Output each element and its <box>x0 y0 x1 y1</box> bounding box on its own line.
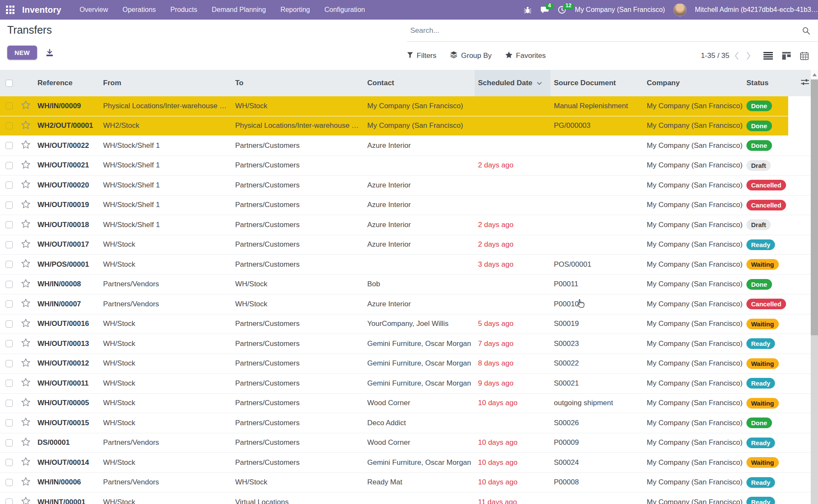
cell-scheduled-date[interactable]: 10 days ago <box>475 399 550 407</box>
table-row[interactable]: WH/IN/00007Partners/VendorsWH/StockAzure… <box>0 294 811 314</box>
cell-scheduled-date[interactable]: 2 days ago <box>475 221 550 229</box>
apps-menu-icon[interactable] <box>0 0 20 20</box>
cell-contact[interactable]: Bob <box>366 280 475 288</box>
cell-from[interactable]: WH/Stock <box>101 320 233 328</box>
cell-status[interactable]: Cancelled <box>744 200 788 210</box>
cell-from[interactable]: WH2/Stock <box>101 121 233 130</box>
cell-scheduled-date[interactable]: 2 days ago <box>475 161 550 170</box>
cell-from[interactable]: Partners/Vendors <box>101 280 233 288</box>
cell-favorite[interactable] <box>19 457 36 468</box>
favorite-star-icon[interactable] <box>21 358 30 369</box>
cell-to[interactable]: Partners/Customers <box>233 240 366 249</box>
cell-status[interactable]: Draft <box>744 219 788 230</box>
favorite-star-icon[interactable] <box>21 219 30 230</box>
cell-status[interactable]: Cancelled <box>744 299 788 309</box>
cell-reference[interactable]: WH/OUT/00020 <box>36 181 101 190</box>
cell-select[interactable] <box>0 181 19 189</box>
cell-status[interactable]: Done <box>744 418 788 428</box>
cell-favorite[interactable] <box>19 219 36 230</box>
table-row[interactable]: WH/OUT/00018WH/Stock/Shelf 1Partners/Cus… <box>0 215 811 235</box>
user-name[interactable]: Mitchell Admin (b4217dbb4-eccb-41b3… <box>695 6 818 14</box>
cell-to[interactable]: Partners/Customers <box>233 260 366 269</box>
cell-select[interactable] <box>0 221 19 228</box>
row-checkbox[interactable] <box>6 261 13 268</box>
cell-company[interactable]: My Company (San Francisco) <box>644 320 744 328</box>
cell-status[interactable]: Ready <box>744 338 788 349</box>
cell-status[interactable]: Waiting <box>744 319 788 329</box>
cell-company[interactable]: My Company (San Francisco) <box>644 102 744 110</box>
row-checkbox[interactable] <box>6 380 13 387</box>
row-checkbox[interactable] <box>6 102 13 109</box>
favorite-star-icon[interactable] <box>21 378 30 389</box>
cell-from[interactable]: WH/Stock/Shelf 1 <box>101 201 233 209</box>
cell-status[interactable]: Done <box>744 101 788 111</box>
cell-select[interactable] <box>0 142 19 149</box>
cell-from[interactable]: WH/Stock/Shelf 1 <box>101 161 233 170</box>
cell-to[interactable]: Partners/Customers <box>233 419 366 427</box>
vertical-scrollbar[interactable] <box>811 70 818 504</box>
cell-source-document[interactable]: P00010 <box>550 300 644 308</box>
row-checkbox[interactable] <box>6 221 13 228</box>
row-checkbox[interactable] <box>6 498 13 504</box>
cell-from[interactable]: WH/Stock <box>101 240 233 249</box>
cell-favorite[interactable] <box>19 121 36 131</box>
cell-favorite[interactable] <box>19 259 36 270</box>
cell-status[interactable]: Ready <box>744 438 788 448</box>
search-icon[interactable] <box>802 26 818 35</box>
cell-scheduled-date[interactable]: 9 days ago <box>475 379 550 388</box>
cell-contact[interactable]: Azure Interior <box>366 300 475 308</box>
cell-from[interactable]: WH/Stock <box>101 498 233 504</box>
cell-source-document[interactable]: S00021 <box>550 379 644 388</box>
cell-select[interactable] <box>0 261 19 268</box>
table-row[interactable]: WH/OUT/00005WH/StockPartners/CustomersWo… <box>0 394 811 414</box>
cell-source-document[interactable]: POS/00001 <box>550 260 644 269</box>
cell-status[interactable]: Ready <box>744 239 788 250</box>
cell-reference[interactable]: WH/OUT/00012 <box>36 359 101 368</box>
cell-from[interactable]: Partners/Vendors <box>101 438 233 447</box>
row-checkbox[interactable] <box>6 479 13 486</box>
cell-company[interactable]: My Company (San Francisco) <box>644 161 744 170</box>
table-row[interactable]: WH/OUT/00019WH/Stock/Shelf 1Partners/Cus… <box>0 196 811 216</box>
cell-status[interactable]: Draft <box>744 160 788 171</box>
cell-reference[interactable]: WH/OUT/00019 <box>36 201 101 209</box>
cell-contact[interactable]: Azure Interior <box>366 221 475 229</box>
filters-button[interactable]: Filters <box>407 52 436 60</box>
cell-scheduled-date[interactable]: 2 days ago <box>475 240 550 249</box>
pager-previous-icon[interactable] <box>731 52 742 60</box>
cell-reference[interactable]: WH/OUT/00017 <box>36 240 101 249</box>
cell-source-document[interactable]: Manual Replenishment <box>550 102 644 110</box>
optional-columns-icon[interactable] <box>801 79 809 87</box>
row-checkbox[interactable] <box>6 241 13 248</box>
cell-status[interactable]: Done <box>744 121 788 131</box>
favorite-star-icon[interactable] <box>21 200 30 210</box>
table-row[interactable]: WH/OUT/00012WH/StockPartners/CustomersGe… <box>0 354 811 374</box>
cell-reference[interactable]: WH2/OUT/00001 <box>36 121 101 130</box>
cell-select[interactable] <box>0 102 19 109</box>
cell-select[interactable] <box>0 439 19 446</box>
favorite-star-icon[interactable] <box>21 279 30 290</box>
search-input[interactable]: Search... <box>407 26 802 35</box>
cell-source-document[interactable]: PG/000003 <box>550 121 644 130</box>
cell-status[interactable]: Waiting <box>744 259 788 270</box>
group-by-button[interactable]: Group By <box>450 51 492 60</box>
cell-to[interactable]: WH/Stock <box>233 478 366 487</box>
cell-source-document[interactable]: S00019 <box>550 320 644 328</box>
cell-to[interactable]: Partners/Customers <box>233 161 366 170</box>
messages-icon[interactable]: 4 <box>540 6 549 14</box>
cell-reference[interactable]: WH/OUT/00013 <box>36 340 101 348</box>
new-button[interactable]: NEW <box>7 46 37 60</box>
row-checkbox[interactable] <box>6 360 13 367</box>
row-checkbox[interactable] <box>6 281 13 288</box>
row-checkbox[interactable] <box>6 320 13 328</box>
table-row[interactable]: WH/OUT/00014WH/StockPartners/CustomersGe… <box>0 453 811 473</box>
cell-company[interactable]: My Company (San Francisco) <box>644 419 744 427</box>
cell-favorite[interactable] <box>19 101 36 111</box>
cell-select[interactable] <box>0 340 19 347</box>
cell-to[interactable]: Partners/Customers <box>233 359 366 368</box>
cell-source-document[interactable]: P00009 <box>550 438 644 447</box>
cell-reference[interactable]: WH/INT/00001 <box>36 498 101 504</box>
cell-select[interactable] <box>0 479 19 486</box>
row-checkbox[interactable] <box>6 181 13 189</box>
table-row[interactable]: WH/IN/00009Physical Locations/Inter-ware… <box>0 96 811 116</box>
menu-overview[interactable]: Overview <box>72 0 115 20</box>
